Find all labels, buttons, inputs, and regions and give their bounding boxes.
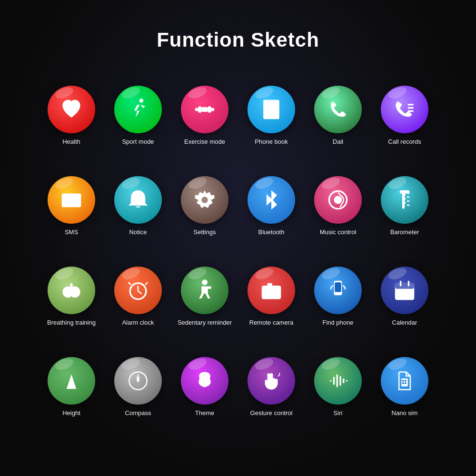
icon-label-height: Height xyxy=(62,409,80,417)
icon-label-bluetooth: Bluetooth xyxy=(258,228,285,237)
icons-grid: + Health Sport mode Exercise mode Phone … xyxy=(38,70,438,432)
icon-item-sms[interactable]: SMS xyxy=(38,176,105,237)
icon-circle-camera xyxy=(248,267,295,314)
icon-label-gesture: Gesture control xyxy=(250,409,293,417)
icon-circle-calendar: 23 xyxy=(381,267,428,314)
icon-item-calendar[interactable]: 23 Calendar xyxy=(371,267,438,327)
icon-circle-nanosim xyxy=(381,357,428,405)
icon-item-settings[interactable]: Settings xyxy=(171,176,238,237)
icon-label-barometer: Barometer xyxy=(390,228,419,237)
icon-label-compass: Compass xyxy=(125,409,151,417)
svg-text:+: + xyxy=(69,104,74,112)
svg-point-28 xyxy=(202,279,208,285)
icon-label-breathing: Breathing training xyxy=(47,319,96,327)
icon-circle-phonebook xyxy=(248,86,295,133)
icon-circle-siri xyxy=(314,357,362,405)
icon-item-findphone[interactable]: Find phone xyxy=(305,267,371,327)
svg-point-42 xyxy=(137,379,139,382)
icon-circle-callrecords xyxy=(381,86,428,133)
icon-item-compass[interactable]: Compass xyxy=(105,357,171,417)
icon-circle-bluetooth xyxy=(248,176,295,224)
icon-label-theme: Theme xyxy=(195,409,214,417)
svg-rect-5 xyxy=(198,106,202,113)
icon-label-alarm: Alarm clock xyxy=(122,319,154,327)
icon-label-calendar: Calendar xyxy=(392,319,417,327)
icon-circle-height xyxy=(48,357,95,405)
icon-circle-sport xyxy=(114,86,162,133)
icon-circle-barometer xyxy=(381,176,428,224)
icon-label-music: Music control xyxy=(320,228,357,237)
svg-rect-32 xyxy=(268,283,272,286)
icon-circle-dial xyxy=(314,86,362,133)
icon-item-health[interactable]: + Health xyxy=(38,86,105,146)
icon-label-health: Health xyxy=(62,138,80,146)
svg-point-15 xyxy=(201,197,208,203)
icon-item-breathing[interactable]: Breathing training xyxy=(38,267,105,327)
svg-rect-6 xyxy=(208,106,211,113)
icon-label-dial: Dail xyxy=(333,138,343,146)
icon-circle-findphone xyxy=(314,267,362,314)
icon-circle-sms xyxy=(48,176,95,224)
icon-label-callrecords: Call records xyxy=(388,138,421,146)
icon-label-findphone: Find phone xyxy=(322,319,353,327)
icon-circle-gesture xyxy=(248,357,295,405)
icon-label-settings: Settings xyxy=(194,228,216,237)
svg-rect-21 xyxy=(404,201,405,204)
svg-point-2 xyxy=(139,99,143,102)
svg-point-17 xyxy=(334,196,342,204)
icon-item-camera[interactable]: Remote camera xyxy=(238,267,305,327)
svg-rect-20 xyxy=(404,197,405,199)
icon-label-nanosim: Nano sim xyxy=(392,409,418,417)
icon-item-gesture[interactable]: Gesture control xyxy=(238,357,305,417)
svg-rect-50 xyxy=(402,380,404,381)
icon-circle-theme xyxy=(181,357,228,405)
icon-item-alarm[interactable]: Alarm clock xyxy=(105,267,171,327)
icon-label-camera: Remote camera xyxy=(249,319,293,327)
icon-circle-notice xyxy=(114,176,162,224)
icon-label-siri: Siri xyxy=(334,409,343,417)
page-title: Function Sketch xyxy=(157,29,319,51)
svg-rect-53 xyxy=(405,382,406,384)
icon-item-exercise[interactable]: Exercise mode xyxy=(171,86,238,146)
icon-circle-music xyxy=(314,176,362,224)
icon-item-sedentary[interactable]: Sedentary reminder xyxy=(171,267,238,327)
icon-circle-compass xyxy=(114,357,162,405)
icon-item-siri[interactable]: Siri xyxy=(305,357,371,417)
icon-item-barometer[interactable]: Barometer xyxy=(371,176,438,237)
icon-circle-alarm xyxy=(114,267,162,314)
icon-circle-settings xyxy=(181,176,228,224)
svg-rect-49 xyxy=(401,378,408,386)
icon-item-nanosim[interactable]: Nano sim xyxy=(371,357,438,417)
svg-rect-52 xyxy=(402,382,404,384)
svg-point-9 xyxy=(268,104,275,110)
svg-point-35 xyxy=(337,293,338,294)
icon-circle-exercise xyxy=(181,86,228,133)
icon-label-sport: Sport mode xyxy=(122,138,154,146)
icon-circle-sedentary xyxy=(181,267,228,314)
svg-rect-37 xyxy=(395,283,415,288)
svg-rect-13 xyxy=(62,193,81,207)
icon-circle-health: + xyxy=(48,86,95,133)
svg-rect-51 xyxy=(405,380,406,381)
icon-item-notice[interactable]: Notice xyxy=(105,176,171,237)
svg-rect-7 xyxy=(201,107,208,111)
svg-rect-19 xyxy=(404,193,405,196)
icon-circle-breathing xyxy=(48,267,95,314)
icon-item-sport[interactable]: Sport mode xyxy=(105,86,171,146)
icon-item-height[interactable]: Height xyxy=(38,357,105,417)
svg-point-31 xyxy=(270,290,273,294)
icon-label-sms: SMS xyxy=(65,228,78,237)
icon-label-notice: Notice xyxy=(129,228,147,237)
icon-item-music[interactable]: Music control xyxy=(305,176,371,237)
icon-item-theme[interactable]: Theme xyxy=(171,357,238,417)
icon-label-exercise: Exercise mode xyxy=(184,138,225,146)
svg-rect-34 xyxy=(335,282,341,292)
svg-text:23: 23 xyxy=(401,290,409,298)
icon-item-dial[interactable]: Dail xyxy=(305,86,371,146)
icon-item-bluetooth[interactable]: Bluetooth xyxy=(238,176,305,237)
icon-label-sedentary: Sedentary reminder xyxy=(178,319,232,327)
icon-item-phonebook[interactable]: Phone book xyxy=(238,86,305,146)
icon-label-phonebook: Phone book xyxy=(255,138,288,146)
icon-item-callrecords[interactable]: Call records xyxy=(371,86,438,146)
